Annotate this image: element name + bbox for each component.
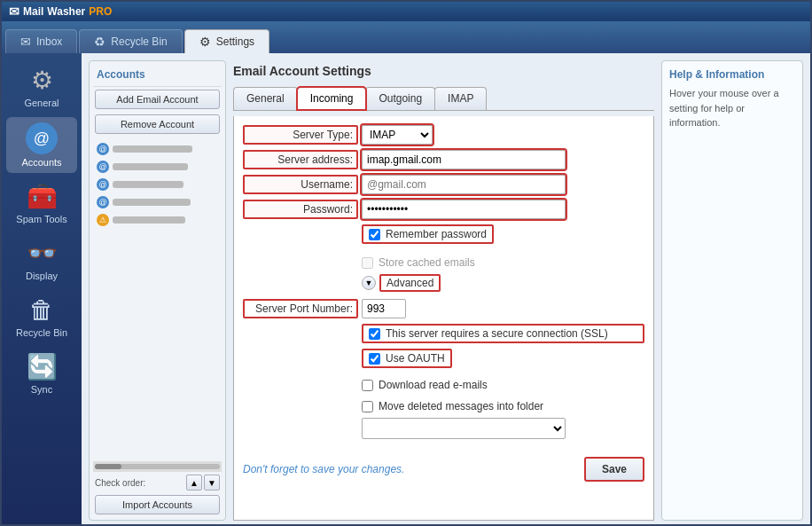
recycle-bin-icon: 🗑 (29, 295, 54, 325)
settings-tab-incoming[interactable]: Incoming (297, 87, 367, 110)
oauth-row: Use OAUTH (362, 349, 452, 368)
tab-recycle[interactable]: ♻ Recycle Bin (79, 29, 182, 53)
tab-recycle-label: Recycle Bin (111, 35, 167, 48)
sidebar-item-sync[interactable]: 🔄 Sync (6, 347, 77, 400)
inbox-icon: ✉ (20, 35, 31, 49)
username-input[interactable] (362, 175, 566, 194)
ssl-row: This server requires a secure connection… (362, 324, 644, 343)
password-row: Password: (243, 200, 644, 219)
help-title: Help & Information (669, 68, 795, 81)
settings-tab-general[interactable]: General (233, 87, 298, 110)
help-panel: Help & Information Hover your mouse over… (661, 60, 803, 521)
download-read-checkbox[interactable] (362, 380, 373, 391)
add-email-account-button[interactable]: Add Email Account (95, 90, 220, 109)
sidebar-recycle-label: Recycle Bin (16, 327, 67, 338)
right-panel: Email Account Settings General Incoming … (233, 60, 654, 521)
account-dot-4: @ (97, 196, 109, 208)
arrow-down-button[interactable]: ▼ (204, 475, 220, 491)
check-order-label: Check order: (95, 478, 184, 488)
sidebar-item-recycle-bin[interactable]: 🗑 Recycle Bin (6, 290, 77, 343)
form-area: Server Type: IMAP POP3 Server address: U… (233, 116, 654, 521)
account-email-5 (113, 216, 185, 224)
server-port-input[interactable] (362, 299, 406, 318)
sync-icon: 🔄 (27, 352, 58, 381)
remember-password-checkbox[interactable] (369, 229, 380, 240)
spam-tools-icon: 🧰 (27, 182, 58, 211)
oauth-checkbox[interactable] (369, 353, 380, 365)
tab-inbox[interactable]: ✉ Inbox (5, 29, 77, 53)
server-address-label: Server address: (243, 150, 358, 169)
recycle-icon: ♻ (94, 35, 105, 49)
tab-bar: ✉ Inbox ♻ Recycle Bin ⚙ Settings (2, 21, 810, 53)
download-read-row: Download read e-mails (362, 379, 644, 391)
account-dot-3: @ (97, 178, 109, 191)
sidebar-item-accounts[interactable]: @ Accounts (6, 117, 77, 173)
help-text: Hover your mouse over a setting for help… (669, 86, 795, 130)
folder-dropdown[interactable] (362, 418, 566, 439)
move-deleted-row: Move deleted messages into folder (362, 400, 644, 412)
display-icon: 👓 (27, 239, 58, 268)
list-item[interactable]: @ (93, 176, 222, 193)
list-item[interactable]: @ (93, 140, 222, 158)
advanced-section: ▼ Advanced (362, 274, 644, 292)
account-list: @ @ @ @ ⚠ (93, 140, 222, 459)
list-item[interactable]: ⚠ (93, 211, 222, 229)
import-accounts-button[interactable]: Import Accounts (95, 495, 220, 514)
sidebar-item-spam-tools[interactable]: 🧰 Spam Tools (6, 177, 77, 230)
store-cached-label: Store cached emails (379, 256, 475, 269)
oauth-label: Use OAUTH (386, 352, 445, 365)
main-layout: ⚙ General @ Accounts 🧰 Spam Tools 👓 Disp… (2, 53, 810, 526)
advanced-toggle-button[interactable]: ▼ (362, 276, 376, 290)
scrollbar[interactable] (93, 461, 222, 472)
tab-settings[interactable]: ⚙ Settings (184, 29, 269, 53)
left-panel: Accounts Add Email Account Remove Accoun… (89, 60, 226, 521)
account-dot-2: @ (97, 161, 109, 173)
password-label: Password: (243, 200, 358, 219)
list-item[interactable]: @ (93, 193, 222, 211)
settings-tabs: General Incoming Outgoing IMAP (233, 87, 654, 111)
settings-tab-general-label: General (246, 92, 285, 105)
app-logo: ✉ MailWasherPRO (9, 4, 112, 19)
save-hint: Don't forget to save your changes. (243, 463, 404, 475)
title-washer: Washer (47, 5, 85, 18)
settings-tab-outgoing[interactable]: Outgoing (365, 87, 435, 110)
sidebar-general-label: General (24, 98, 59, 108)
move-deleted-checkbox[interactable] (362, 401, 373, 412)
remove-account-button[interactable]: Remove Account (95, 114, 220, 134)
server-type-select[interactable]: IMAP POP3 (362, 125, 433, 145)
arrow-up-button[interactable]: ▲ (186, 475, 202, 491)
sidebar: ⚙ General @ Accounts 🧰 Spam Tools 👓 Disp… (2, 53, 82, 526)
settings-tab-imap-label: IMAP (448, 92, 473, 105)
content-area: Accounts Add Email Account Remove Accoun… (82, 53, 810, 526)
server-address-row: Server address: (243, 150, 644, 169)
ssl-checkbox[interactable] (369, 328, 380, 340)
sidebar-accounts-label: Accounts (21, 157, 61, 168)
advanced-label: Advanced (379, 274, 441, 292)
settings-tab-imap[interactable]: IMAP (434, 87, 487, 110)
ssl-label: This server requires a secure connection… (386, 327, 608, 340)
sidebar-sync-label: Sync (31, 384, 52, 395)
account-dot-5: ⚠ (97, 214, 109, 226)
account-email-3 (113, 181, 183, 188)
server-address-input[interactable] (362, 150, 566, 169)
password-input[interactable] (362, 200, 566, 219)
title-bar: ✉ MailWasherPRO (2, 2, 810, 21)
account-email-2 (113, 163, 188, 170)
store-cached-checkbox[interactable] (362, 257, 373, 269)
check-order-controls: Check order: ▲ ▼ (93, 472, 222, 493)
scrollbar-track (95, 464, 220, 469)
sidebar-item-general[interactable]: ⚙ General (6, 60, 77, 114)
account-dot-1: @ (97, 143, 109, 155)
list-item[interactable]: @ (93, 158, 222, 176)
server-port-label: Server Port Number: (243, 299, 358, 318)
server-type-label: Server Type: (243, 125, 358, 145)
server-type-row: Server Type: IMAP POP3 (243, 125, 644, 145)
save-button[interactable]: Save (584, 457, 644, 482)
server-port-row: Server Port Number: (243, 299, 644, 318)
remember-password-row: Remember password (362, 224, 494, 244)
settings-tab-outgoing-label: Outgoing (379, 92, 422, 105)
settings-icon: ⚙ (199, 35, 211, 49)
sidebar-item-display[interactable]: 👓 Display (6, 233, 77, 287)
tab-settings-label: Settings (216, 35, 254, 48)
account-email-4 (113, 199, 191, 206)
